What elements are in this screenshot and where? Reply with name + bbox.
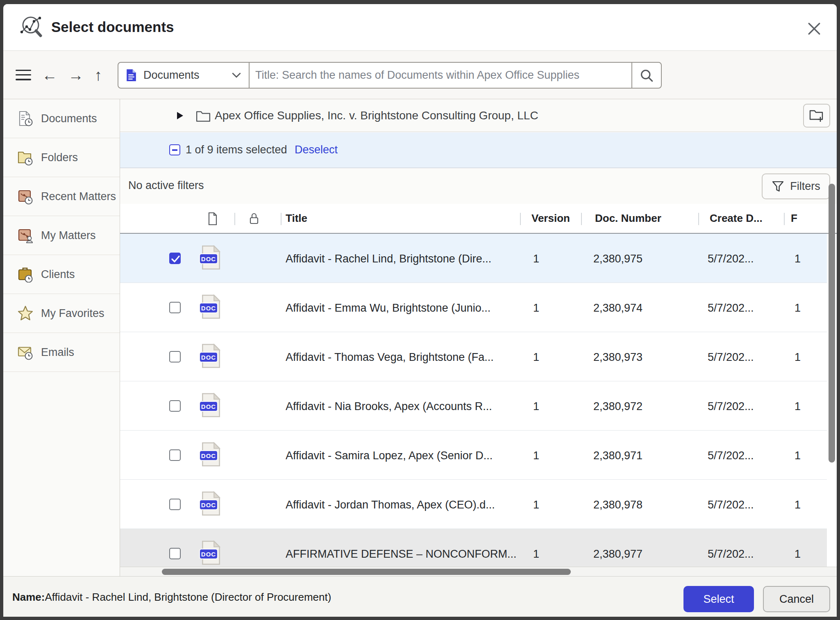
forward-arrow-icon[interactable]: →: [68, 67, 84, 83]
breadcrumb-row: Apex Office Supplies, Inc. v. Brightston…: [120, 99, 837, 132]
table-row[interactable]: DOC Affidavit - Nia Brooks, Apex (Accoun…: [120, 381, 827, 431]
file-type-column-icon: [207, 212, 218, 226]
analytics-search-icon: [18, 13, 45, 39]
column-separator: [698, 213, 699, 225]
column-header-version[interactable]: Version: [531, 212, 570, 225]
new-folder-button[interactable]: [803, 104, 830, 128]
column-header-title[interactable]: Title: [286, 212, 307, 225]
menu-icon[interactable]: [16, 70, 31, 80]
filters-button-label: Filters: [790, 180, 820, 193]
cell-last: 1: [795, 302, 801, 315]
sidebar-item-recent-matters[interactable]: Recent Matters: [3, 177, 120, 216]
doc-badge: DOC: [199, 253, 218, 264]
doc-badge: DOC: [199, 450, 218, 461]
chevron-down-icon: [232, 72, 241, 78]
row-checkbox[interactable]: [169, 449, 181, 461]
sidebar-item-emails[interactable]: Emails: [3, 333, 120, 372]
cell-title: Affidavit - Nia Brooks, Apex (Accounts R…: [286, 400, 492, 413]
doc-badge: DOC: [199, 352, 218, 362]
select-all-checkbox[interactable]: [169, 144, 180, 155]
column-header-create-date[interactable]: Create D...: [710, 212, 763, 225]
footer-bar: Name:Affidavit - Rachel Lind, Brightston…: [3, 576, 837, 617]
table-row[interactable]: DOC Affidavit - Emma Wu, Brightstone (Ju…: [120, 283, 827, 332]
cell-last: 1: [795, 449, 801, 462]
cell-doc-number: 2,380,973: [593, 351, 642, 364]
new-folder-icon: [809, 109, 824, 123]
select-documents-dialog: Select documents ← → ↑ Documents: [3, 4, 837, 617]
sidebar-item-my-matters[interactable]: My Matters: [3, 216, 120, 255]
document-clock-icon: [17, 110, 34, 127]
row-checkbox[interactable]: [169, 351, 181, 362]
sidebar-item-documents[interactable]: Documents: [3, 99, 120, 138]
page-title: Select documents: [51, 19, 174, 35]
sidebar-item-folders[interactable]: Folders: [3, 138, 120, 177]
document-table: DOC Affidavit - Rachel Lind, Brightstone…: [120, 234, 837, 578]
horizontal-scrollbar-thumb[interactable]: [162, 569, 571, 575]
navigation-toolbar: ← → ↑ Documents Title: Search the names …: [3, 50, 837, 99]
main-panel: Apex Office Supplies, Inc. v. Brightston…: [120, 99, 837, 576]
funnel-icon: [772, 180, 784, 192]
up-arrow-icon[interactable]: ↑: [94, 67, 102, 83]
sidebar-item-label: Folders: [41, 151, 78, 164]
doc-file-icon: DOC: [202, 540, 223, 567]
sidebar-item-label: Emails: [41, 346, 74, 359]
scope-dropdown[interactable]: Documents: [118, 63, 250, 88]
expand-triangle-icon[interactable]: [177, 112, 183, 119]
cell-last: 1: [795, 499, 801, 511]
cell-last: 1: [795, 548, 801, 561]
doc-badge: DOC: [199, 401, 218, 412]
lock-column-icon: [248, 212, 260, 225]
row-checkbox[interactable]: [169, 499, 181, 510]
cell-version: 1: [533, 449, 539, 462]
cell-title: AFFIRMATIVE DEFENSE – NONCONFORM...: [286, 548, 517, 561]
blue-document-icon: [126, 68, 137, 82]
column-header-clipped[interactable]: F: [791, 212, 797, 225]
sidebar-item-label: Documents: [41, 112, 97, 125]
table-header: Title Version Doc. Number Create D... ↑ …: [120, 204, 837, 234]
filters-button[interactable]: Filters: [762, 173, 830, 199]
sidebar-item-label: My Favorites: [41, 307, 104, 320]
horizontal-scrollbar[interactable]: [120, 567, 837, 576]
cell-last: 1: [795, 253, 801, 265]
close-button[interactable]: [805, 20, 823, 38]
search-input[interactable]: Title: Search the names of Documents wit…: [250, 63, 631, 88]
cell-title: Affidavit - Jordan Thomas, Apex (CEO).d.…: [286, 499, 495, 511]
breadcrumb[interactable]: Apex Office Supplies, Inc. v. Brightston…: [215, 109, 538, 122]
doc-file-icon: DOC: [202, 491, 223, 517]
cell-create-date: 5/7/202...: [708, 351, 754, 364]
table-row[interactable]: DOC Affidavit - Thomas Vega, Brightstone…: [120, 332, 827, 381]
table-row[interactable]: DOC Affidavit - Samira Lopez, Apex (Seni…: [120, 431, 827, 480]
search-placeholder: Title: Search the names of Documents wit…: [255, 69, 579, 82]
cell-title: Affidavit - Emma Wu, Brightstone (Junio.…: [286, 302, 490, 315]
row-checkbox[interactable]: [169, 400, 181, 412]
sidebar-item-label: Recent Matters: [41, 190, 116, 203]
row-checkbox[interactable]: [169, 253, 181, 264]
row-checkbox[interactable]: [169, 302, 181, 313]
column-header-doc-number[interactable]: Doc. Number: [595, 212, 661, 225]
sidebar-item-my-favorites[interactable]: My Favorites: [3, 294, 120, 333]
vertical-scrollbar-thumb[interactable]: [829, 184, 835, 463]
table-row[interactable]: DOC Affidavit - Jordan Thomas, Apex (CEO…: [120, 480, 827, 529]
cell-version: 1: [533, 499, 539, 511]
cell-last: 1: [795, 351, 801, 364]
folder-clock-icon: [17, 149, 34, 166]
sidebar-item-label: Clients: [41, 268, 75, 281]
doc-badge: DOC: [199, 549, 218, 559]
doc-file-icon: DOC: [202, 294, 223, 321]
table-row[interactable]: DOC Affidavit - Rachel Lind, Brightstone…: [120, 234, 827, 283]
cell-create-date: 5/7/202...: [708, 302, 754, 315]
sidebar-item-clients[interactable]: Clients: [3, 255, 120, 294]
column-separator: [281, 213, 282, 225]
column-separator: [234, 213, 235, 225]
cell-title: Affidavit - Rachel Lind, Brightstone (Di…: [286, 253, 491, 265]
deselect-link[interactable]: Deselect: [295, 144, 338, 156]
select-button[interactable]: Select: [683, 586, 754, 612]
briefcase-clock-icon: [17, 266, 34, 283]
row-checkbox[interactable]: [169, 548, 181, 559]
cell-version: 1: [533, 400, 539, 413]
cancel-button[interactable]: Cancel: [763, 586, 830, 612]
search-button[interactable]: [631, 63, 661, 88]
cell-title: Affidavit - Thomas Vega, Brightstone (Fa…: [286, 351, 494, 364]
title-bar: Select documents: [3, 4, 837, 50]
back-arrow-icon[interactable]: ←: [42, 67, 57, 83]
